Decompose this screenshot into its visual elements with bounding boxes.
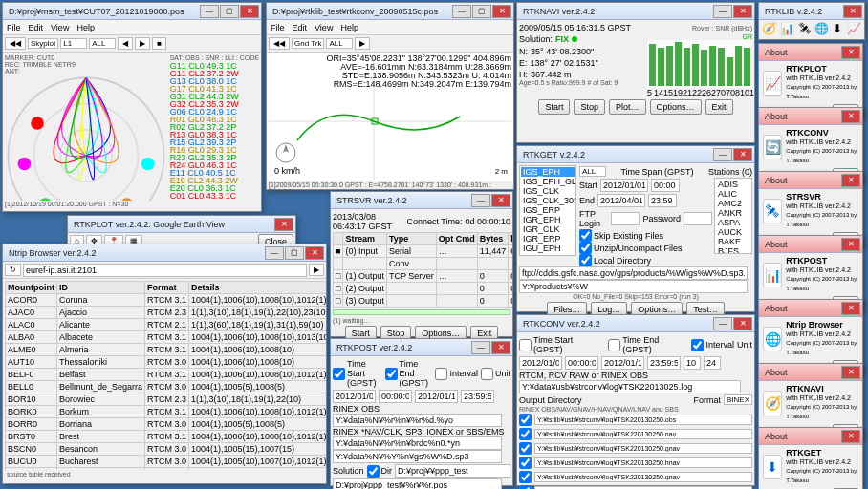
play-icon[interactable]: ▶ bbox=[355, 37, 370, 50]
titlebar[interactable]: About✕ bbox=[759, 236, 862, 253]
out-path[interactable] bbox=[534, 415, 752, 425]
sol-path[interactable] bbox=[333, 478, 502, 489]
min-btn[interactable]: — bbox=[452, 5, 471, 18]
close-btn[interactable]: ✕ bbox=[843, 5, 862, 18]
stop-icon[interactable]: ■ bbox=[152, 37, 166, 50]
unit-chk[interactable] bbox=[481, 368, 493, 380]
min-btn[interactable]: — bbox=[713, 148, 732, 161]
titlebar[interactable]: About✕ bbox=[759, 300, 862, 317]
start-button[interactable]: Start bbox=[538, 99, 570, 115]
menu-view[interactable]: View bbox=[315, 23, 333, 32]
out-path[interactable] bbox=[534, 472, 752, 482]
close-btn[interactable]: ✕ bbox=[240, 5, 259, 18]
int-chk[interactable] bbox=[435, 368, 447, 380]
menu-file[interactable]: File bbox=[7, 23, 21, 32]
close-btn[interactable]: ✕ bbox=[733, 317, 752, 330]
end-date[interactable] bbox=[597, 194, 645, 207]
start-date[interactable] bbox=[519, 356, 562, 370]
close-btn[interactable]: ✕ bbox=[491, 341, 510, 354]
titlebar[interactable]: Ntrip Browser ver.2.4.2—▢✕ bbox=[3, 244, 326, 262]
launcher-icon[interactable]: 🛰 bbox=[799, 22, 811, 35]
start-date[interactable] bbox=[333, 390, 376, 403]
start-time[interactable] bbox=[565, 356, 598, 370]
launcher-icon[interactable]: 📊 bbox=[780, 22, 794, 35]
launcher-icon[interactable]: 🧭 bbox=[762, 22, 776, 35]
close-btn[interactable]: ✕ bbox=[491, 194, 510, 207]
exit-button[interactable]: Exit bbox=[705, 99, 733, 115]
end-date[interactable] bbox=[601, 356, 644, 370]
band-select[interactable]: L1 bbox=[60, 38, 87, 49]
back-icon[interactable]: ◀ bbox=[118, 37, 133, 50]
close-btn[interactable]: ✕ bbox=[841, 366, 860, 379]
min-btn[interactable]: — bbox=[265, 246, 284, 260]
menu-help[interactable]: Help bbox=[76, 23, 95, 32]
titlebar[interactable]: RTKCONV ver.2.4.2—✕ bbox=[517, 315, 754, 332]
plot-type-select[interactable]: Skyplot bbox=[28, 38, 58, 49]
titlebar[interactable]: About✕ bbox=[759, 364, 862, 381]
max-btn[interactable]: ▢ bbox=[220, 5, 239, 18]
data-type-list[interactable]: IGS_EPHIGS_EPH_GLOIGS_CLKIGS_CLK_30SIGS_… bbox=[519, 165, 576, 256]
out-chk[interactable] bbox=[519, 457, 532, 469]
sp3-path[interactable] bbox=[333, 450, 502, 463]
end-date[interactable] bbox=[415, 390, 458, 403]
unzip-chk[interactable] bbox=[579, 242, 592, 254]
titlebar[interactable]: RTKPLOT ver.2.4.2: Google Earth View✕ bbox=[68, 216, 295, 233]
menu-view[interactable]: View bbox=[51, 23, 69, 32]
titlebar[interactable]: About✕ bbox=[759, 44, 862, 61]
unit[interactable] bbox=[704, 356, 721, 370]
url-path[interactable] bbox=[519, 266, 748, 280]
launcher-icon[interactable]: ⬇ bbox=[833, 22, 842, 35]
out-chk[interactable] bbox=[519, 442, 532, 455]
max-btn[interactable]: ▢ bbox=[472, 5, 491, 18]
out-chk[interactable] bbox=[519, 471, 532, 483]
ftp-login[interactable] bbox=[611, 212, 640, 225]
titlebar[interactable]: D:¥proj¥msm_test¥CUT07_20121019000.pos —… bbox=[3, 3, 261, 20]
titlebar[interactable]: RTKLIB v.2.4.2✕ bbox=[759, 3, 864, 20]
start-chk[interactable] bbox=[519, 339, 532, 351]
local-chk[interactable] bbox=[579, 254, 592, 266]
int-chk[interactable] bbox=[691, 339, 704, 351]
sat-select[interactable]: ALL bbox=[89, 38, 116, 49]
out-chk[interactable] bbox=[519, 414, 532, 426]
launcher-icon[interactable]: 🌐 bbox=[814, 22, 829, 35]
skip-chk[interactable] bbox=[579, 229, 592, 242]
out-chk[interactable] bbox=[519, 428, 532, 440]
end-time[interactable] bbox=[647, 356, 681, 370]
start-chk[interactable] bbox=[333, 368, 345, 380]
all-select[interactable]: ALL bbox=[579, 166, 606, 177]
ftp-password[interactable] bbox=[684, 212, 712, 225]
titlebar[interactable]: RTKGET v.2.4.2—✕ bbox=[517, 146, 754, 163]
station-list[interactable]: ADISALICAMC2ANKRASPAAUCKBAKEBJFSBRAZBRMU… bbox=[714, 178, 752, 254]
titlebar[interactable]: D:¥proj¥rtklib_test¥rtkconv_20090515c.po… bbox=[267, 3, 513, 20]
min-btn[interactable]: — bbox=[200, 5, 219, 18]
close-btn[interactable]: ✕ bbox=[733, 5, 752, 18]
menu-edit[interactable]: Edit bbox=[29, 23, 44, 32]
format-select[interactable]: BINEX bbox=[724, 394, 752, 405]
plot-button[interactable]: Plot… bbox=[609, 99, 646, 115]
out-path[interactable] bbox=[534, 443, 752, 454]
end-chk[interactable] bbox=[385, 368, 398, 380]
close-btn[interactable]: ✕ bbox=[492, 5, 511, 18]
end-time[interactable] bbox=[461, 390, 494, 403]
close-btn[interactable]: ✕ bbox=[841, 110, 860, 123]
refresh-icon[interactable]: ↻ bbox=[5, 264, 21, 276]
go-icon[interactable]: ▶ bbox=[309, 264, 324, 276]
end-time[interactable] bbox=[648, 194, 677, 207]
close-btn[interactable]: ✕ bbox=[274, 218, 293, 231]
input-path[interactable] bbox=[519, 380, 741, 393]
url-input[interactable] bbox=[23, 264, 307, 277]
start-time[interactable] bbox=[651, 179, 680, 192]
min-btn[interactable]: — bbox=[471, 194, 490, 207]
titlebar[interactable]: RTKNAVI ver.2.4.2—✕ bbox=[517, 3, 754, 20]
out-chk[interactable] bbox=[519, 485, 532, 489]
max-btn[interactable]: ▢ bbox=[285, 246, 304, 260]
source-table[interactable]: MountpointIDFormatDetailsACOR0CorunaRTCM… bbox=[5, 281, 326, 470]
interval[interactable] bbox=[684, 356, 701, 370]
play-icon[interactable]: ▶ bbox=[135, 37, 150, 50]
launcher-icon[interactable]: 📈 bbox=[847, 22, 861, 35]
nav-path[interactable] bbox=[333, 436, 502, 450]
close-btn[interactable]: ✕ bbox=[841, 174, 860, 187]
dir-chk[interactable] bbox=[367, 465, 380, 478]
titlebar[interactable]: About✕ bbox=[759, 172, 862, 189]
min-btn[interactable]: — bbox=[713, 5, 732, 18]
